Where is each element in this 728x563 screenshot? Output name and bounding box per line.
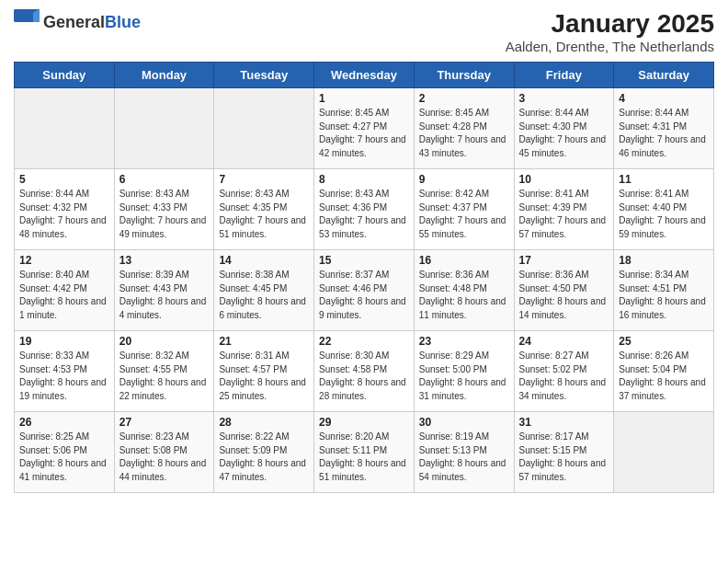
week-row-2: 5Sunrise: 8:44 AM Sunset: 4:32 PM Daylig…	[15, 169, 714, 250]
day-info: Sunrise: 8:25 AM Sunset: 5:06 PM Dayligh…	[19, 431, 109, 484]
header-row: SundayMondayTuesdayWednesdayThursdayFrid…	[15, 63, 714, 88]
day-info: Sunrise: 8:19 AM Sunset: 5:13 PM Dayligh…	[419, 431, 509, 484]
calendar-cell: 3Sunrise: 8:44 AM Sunset: 4:30 PM Daylig…	[514, 88, 614, 169]
calendar-cell: 29Sunrise: 8:20 AM Sunset: 5:11 PM Dayli…	[314, 412, 415, 493]
title-block: January 2025 Aalden, Drenthe, The Nether…	[506, 9, 714, 54]
week-row-3: 12Sunrise: 8:40 AM Sunset: 4:42 PM Dayli…	[15, 250, 714, 331]
day-number: 22	[319, 335, 409, 348]
day-info: Sunrise: 8:36 AM Sunset: 4:50 PM Dayligh…	[519, 269, 609, 322]
day-info: Sunrise: 8:43 AM Sunset: 4:36 PM Dayligh…	[319, 188, 409, 241]
day-number: 12	[19, 254, 109, 267]
day-number: 6	[119, 173, 210, 186]
day-number: 11	[619, 173, 709, 186]
calendar-cell: 12Sunrise: 8:40 AM Sunset: 4:42 PM Dayli…	[15, 250, 115, 331]
day-number: 29	[319, 416, 409, 429]
day-number: 10	[519, 173, 609, 186]
day-info: Sunrise: 8:17 AM Sunset: 5:15 PM Dayligh…	[519, 431, 609, 484]
day-number: 14	[219, 254, 309, 267]
day-info: Sunrise: 8:41 AM Sunset: 4:40 PM Dayligh…	[619, 188, 709, 241]
day-number: 16	[419, 254, 509, 267]
day-number: 26	[19, 416, 109, 429]
day-info: Sunrise: 8:41 AM Sunset: 4:39 PM Dayligh…	[519, 188, 609, 241]
week-row-1: 1Sunrise: 8:45 AM Sunset: 4:27 PM Daylig…	[15, 88, 714, 169]
day-info: Sunrise: 8:44 AM Sunset: 4:32 PM Dayligh…	[19, 188, 109, 241]
day-number: 1	[319, 92, 409, 105]
calendar-cell: 5Sunrise: 8:44 AM Sunset: 4:32 PM Daylig…	[15, 169, 115, 250]
calendar-cell	[114, 88, 214, 169]
day-info: Sunrise: 8:45 AM Sunset: 4:28 PM Dayligh…	[419, 107, 509, 160]
logo-general-text: General	[43, 14, 105, 30]
calendar-cell: 27Sunrise: 8:23 AM Sunset: 5:08 PM Dayli…	[114, 412, 214, 493]
calendar-cell: 25Sunrise: 8:26 AM Sunset: 5:04 PM Dayli…	[614, 331, 714, 412]
calendar-cell: 31Sunrise: 8:17 AM Sunset: 5:15 PM Dayli…	[514, 412, 614, 493]
calendar-cell: 24Sunrise: 8:27 AM Sunset: 5:02 PM Dayli…	[514, 331, 614, 412]
calendar-cell: 13Sunrise: 8:39 AM Sunset: 4:43 PM Dayli…	[114, 250, 214, 331]
day-info: Sunrise: 8:23 AM Sunset: 5:08 PM Dayligh…	[119, 431, 210, 484]
logo: General Blue	[14, 9, 141, 35]
calendar-cell: 17Sunrise: 8:36 AM Sunset: 4:50 PM Dayli…	[514, 250, 614, 331]
calendar-cell: 21Sunrise: 8:31 AM Sunset: 4:57 PM Dayli…	[214, 331, 314, 412]
day-info: Sunrise: 8:26 AM Sunset: 5:04 PM Dayligh…	[619, 350, 709, 403]
calendar-cell: 14Sunrise: 8:38 AM Sunset: 4:45 PM Dayli…	[214, 250, 314, 331]
day-info: Sunrise: 8:40 AM Sunset: 4:42 PM Dayligh…	[19, 269, 109, 322]
day-number: 31	[519, 416, 609, 429]
calendar-cell	[214, 88, 314, 169]
page-subtitle: Aalden, Drenthe, The Netherlands	[506, 39, 714, 54]
day-number: 25	[619, 335, 709, 348]
day-info: Sunrise: 8:45 AM Sunset: 4:27 PM Dayligh…	[319, 107, 409, 160]
day-info: Sunrise: 8:42 AM Sunset: 4:37 PM Dayligh…	[419, 188, 509, 241]
day-info: Sunrise: 8:32 AM Sunset: 4:55 PM Dayligh…	[119, 350, 210, 403]
calendar-cell: 23Sunrise: 8:29 AM Sunset: 5:00 PM Dayli…	[414, 331, 514, 412]
header-cell-monday: Monday	[114, 63, 214, 88]
calendar-cell: 7Sunrise: 8:43 AM Sunset: 4:35 PM Daylig…	[214, 169, 314, 250]
svg-rect-1	[14, 22, 40, 35]
calendar-table: SundayMondayTuesdayWednesdayThursdayFrid…	[14, 62, 714, 493]
day-number: 19	[19, 335, 109, 348]
page-header: General Blue January 2025 Aalden, Drenth…	[14, 9, 714, 54]
day-number: 15	[319, 254, 409, 267]
calendar-cell: 4Sunrise: 8:44 AM Sunset: 4:31 PM Daylig…	[614, 88, 714, 169]
day-number: 20	[119, 335, 210, 348]
day-info: Sunrise: 8:34 AM Sunset: 4:51 PM Dayligh…	[619, 269, 709, 322]
day-info: Sunrise: 8:27 AM Sunset: 5:02 PM Dayligh…	[519, 350, 609, 403]
day-number: 8	[319, 173, 409, 186]
day-info: Sunrise: 8:39 AM Sunset: 4:43 PM Dayligh…	[119, 269, 210, 322]
calendar-cell: 10Sunrise: 8:41 AM Sunset: 4:39 PM Dayli…	[514, 169, 614, 250]
day-info: Sunrise: 8:29 AM Sunset: 5:00 PM Dayligh…	[419, 350, 509, 403]
calendar-cell: 30Sunrise: 8:19 AM Sunset: 5:13 PM Dayli…	[414, 412, 514, 493]
week-row-4: 19Sunrise: 8:33 AM Sunset: 4:53 PM Dayli…	[15, 331, 714, 412]
day-info: Sunrise: 8:20 AM Sunset: 5:11 PM Dayligh…	[319, 431, 409, 484]
day-number: 27	[119, 416, 210, 429]
day-number: 18	[619, 254, 709, 267]
week-row-5: 26Sunrise: 8:25 AM Sunset: 5:06 PM Dayli…	[15, 412, 714, 493]
calendar-cell	[15, 88, 115, 169]
day-info: Sunrise: 8:44 AM Sunset: 4:31 PM Dayligh…	[619, 107, 709, 160]
calendar-cell: 11Sunrise: 8:41 AM Sunset: 4:40 PM Dayli…	[614, 169, 714, 250]
header-cell-thursday: Thursday	[414, 63, 514, 88]
calendar-cell: 15Sunrise: 8:37 AM Sunset: 4:46 PM Dayli…	[314, 250, 415, 331]
day-number: 17	[519, 254, 609, 267]
header-cell-saturday: Saturday	[614, 63, 714, 88]
day-number: 30	[419, 416, 509, 429]
logo-icon	[14, 9, 40, 35]
day-info: Sunrise: 8:22 AM Sunset: 5:09 PM Dayligh…	[219, 431, 309, 484]
day-number: 2	[419, 92, 509, 105]
day-info: Sunrise: 8:30 AM Sunset: 4:58 PM Dayligh…	[319, 350, 409, 403]
day-number: 21	[219, 335, 309, 348]
day-number: 3	[519, 92, 609, 105]
day-number: 4	[619, 92, 709, 105]
day-info: Sunrise: 8:36 AM Sunset: 4:48 PM Dayligh…	[419, 269, 509, 322]
calendar-cell	[614, 412, 714, 493]
calendar-header: SundayMondayTuesdayWednesdayThursdayFrid…	[15, 63, 714, 88]
day-info: Sunrise: 8:37 AM Sunset: 4:46 PM Dayligh…	[319, 269, 409, 322]
day-info: Sunrise: 8:43 AM Sunset: 4:33 PM Dayligh…	[119, 188, 210, 241]
calendar-cell: 18Sunrise: 8:34 AM Sunset: 4:51 PM Dayli…	[614, 250, 714, 331]
header-cell-wednesday: Wednesday	[314, 63, 415, 88]
day-info: Sunrise: 8:38 AM Sunset: 4:45 PM Dayligh…	[219, 269, 309, 322]
calendar-cell: 16Sunrise: 8:36 AM Sunset: 4:48 PM Dayli…	[414, 250, 514, 331]
day-number: 23	[419, 335, 509, 348]
header-cell-friday: Friday	[514, 63, 614, 88]
day-info: Sunrise: 8:43 AM Sunset: 4:35 PM Dayligh…	[219, 188, 309, 241]
day-info: Sunrise: 8:44 AM Sunset: 4:30 PM Dayligh…	[519, 107, 609, 160]
calendar-cell: 20Sunrise: 8:32 AM Sunset: 4:55 PM Dayli…	[114, 331, 214, 412]
